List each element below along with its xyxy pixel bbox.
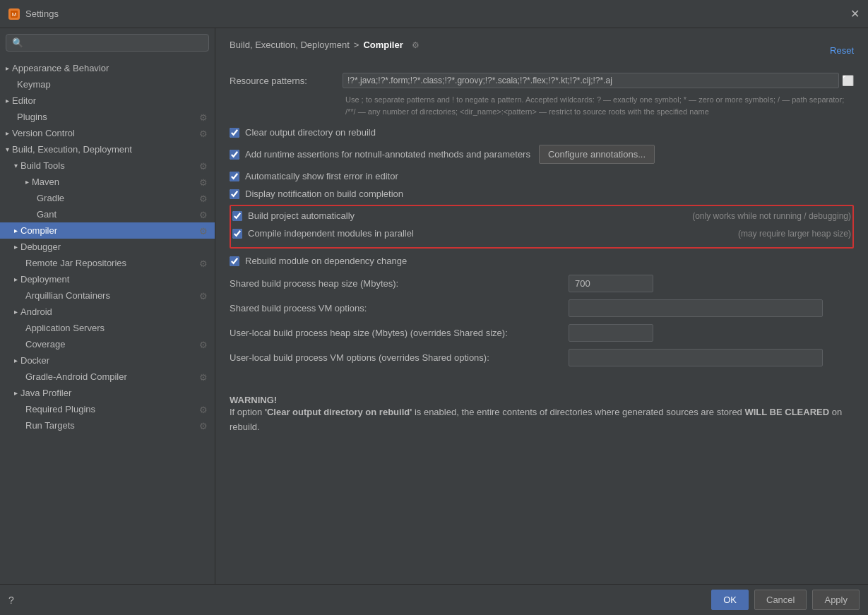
warning-text: If option 'Clear output directory on reb…	[230, 407, 842, 432]
sidebar-item-keymap[interactable]: Keymap	[0, 76, 215, 92]
sidebar-item-gradle[interactable]: Gradle ⚙	[0, 190, 215, 206]
checkbox-rebuild-module: Rebuild module on dependency change	[230, 254, 854, 268]
gear-icon[interactable]: ⚙	[199, 405, 209, 414]
configure-annotations-button[interactable]: Configure annotations...	[539, 145, 655, 164]
reset-button[interactable]: Reset	[830, 45, 854, 56]
gear-icon[interactable]: ⚙	[199, 291, 209, 301]
breadcrumb-row: Build, Execution, Deployment > Compiler …	[230, 40, 854, 61]
rebuild-module-checkbox[interactable]	[230, 256, 239, 266]
ok-button[interactable]: OK	[711, 590, 749, 610]
gear-icon[interactable]: ⚙	[199, 258, 209, 268]
sidebar-item-deployment[interactable]: Deployment	[0, 271, 215, 287]
runtime-assertions-checkbox[interactable]	[230, 150, 239, 160]
gear-icon[interactable]: ⚙	[199, 129, 209, 138]
checkbox-build-notification: Display notification on build completion	[230, 187, 854, 201]
sidebar-item-editor[interactable]: Editor	[0, 92, 215, 109]
sidebar-item-label: Android	[20, 306, 52, 317]
breadcrumb: Build, Execution, Deployment > Compiler …	[230, 40, 420, 50]
sidebar-item-build-tools[interactable]: Build Tools ⚙	[0, 157, 215, 174]
user-heap-label: User-local build process heap size (Mbyt…	[230, 328, 569, 338]
sidebar-item-label: Arquillian Containers	[25, 290, 110, 301]
highlighted-section: Build project automatically (only works …	[230, 205, 854, 249]
shared-heap-input[interactable]	[569, 275, 653, 292]
sidebar-item-label: Docker	[20, 355, 49, 366]
main-content: Build, Execution, Deployment > Compiler …	[215, 28, 868, 584]
build-auto-checkbox[interactable]	[232, 211, 242, 221]
sidebar-item-label: Gant	[37, 209, 57, 220]
gear-icon[interactable]: ⚙	[199, 226, 209, 236]
chevron-icon	[6, 64, 9, 72]
sidebar-item-gradle-android[interactable]: Gradle-Android Compiler ⚙	[0, 369, 215, 385]
sidebar-item-plugins[interactable]: Plugins ⚙	[0, 109, 215, 125]
sidebar-item-build-execution[interactable]: Build, Execution, Deployment	[0, 141, 215, 157]
sidebar-item-compiler[interactable]: Compiler ⚙	[0, 222, 215, 239]
sidebar-item-maven[interactable]: Maven ⚙	[0, 174, 215, 190]
gear-icon[interactable]: ⚙	[199, 193, 209, 203]
shared-vm-row: Shared build process VM options:	[230, 299, 854, 317]
user-heap-row: User-local build process heap size (Mbyt…	[230, 324, 854, 342]
sidebar-item-remote-jar[interactable]: Remote Jar Repositories ⚙	[0, 255, 215, 271]
gear-icon[interactable]: ⚙	[199, 372, 209, 382]
cancel-button[interactable]: Cancel	[754, 590, 807, 610]
help-button[interactable]: ?	[8, 595, 14, 606]
bottom-bar: ? OK Cancel Apply	[0, 584, 868, 615]
sidebar-item-label: Compiler	[20, 225, 57, 236]
resource-patterns-input[interactable]	[343, 73, 839, 88]
shared-vm-label: Shared build process VM options:	[230, 303, 569, 314]
sidebar-item-android[interactable]: Android	[0, 304, 215, 320]
build-notification-checkbox[interactable]	[230, 189, 239, 199]
settings-window: M Settings ✕ 🔍 Appearance & Behavior	[0, 0, 868, 615]
sidebar-item-docker[interactable]: Docker	[0, 352, 215, 369]
shared-heap-label: Shared build process heap size (Mbytes):	[230, 278, 569, 289]
sidebar-item-arquillian[interactable]: Arquillian Containers ⚙	[0, 287, 215, 304]
rebuild-module-label: Rebuild module on dependency change	[245, 256, 407, 266]
clear-output-label: Clear output directory on rebuild	[245, 127, 376, 138]
sidebar-item-run-targets[interactable]: Run Targets ⚙	[0, 417, 215, 434]
sidebar-item-appearance[interactable]: Appearance & Behavior	[0, 60, 215, 76]
user-heap-input[interactable]	[569, 324, 653, 342]
sidebar-item-required-plugins[interactable]: Required Plugins ⚙	[0, 401, 215, 417]
chevron-icon	[25, 178, 29, 186]
user-vm-label: User-local build process VM options (ove…	[230, 352, 569, 363]
user-vm-input[interactable]	[569, 349, 823, 366]
shared-vm-input[interactable]	[569, 299, 823, 317]
sidebar-item-label: Appearance & Behavior	[12, 63, 109, 73]
runtime-assertions-label: Add runtime assertions for notnull-annot…	[245, 149, 530, 160]
sidebar-item-gant[interactable]: Gant ⚙	[0, 206, 215, 222]
gear-icon[interactable]: ⚙	[199, 112, 209, 122]
sidebar-item-coverage[interactable]: Coverage ⚙	[0, 336, 215, 352]
compile-parallel-checkbox[interactable]	[232, 229, 242, 239]
breadcrumb-gear-icon: ⚙	[412, 40, 420, 50]
sidebar-item-debugger[interactable]: Debugger	[0, 239, 215, 255]
first-error-checkbox[interactable]	[230, 172, 239, 181]
sidebar-item-version-control[interactable]: Version Control ⚙	[0, 125, 215, 141]
sidebar-list: Appearance & Behavior Keymap Editor Plug…	[0, 57, 215, 584]
chevron-icon	[6, 97, 9, 105]
sidebar-item-label: Coverage	[25, 339, 65, 350]
checkbox-first-error: Automatically show first error in editor	[230, 169, 854, 183]
chevron-icon	[14, 162, 18, 169]
gear-icon[interactable]: ⚙	[199, 210, 209, 220]
sidebar-item-label: Java Profiler	[20, 388, 71, 398]
clear-output-checkbox[interactable]	[230, 128, 239, 138]
sidebar-item-label: Build Tools	[20, 160, 65, 171]
chevron-icon	[14, 308, 18, 316]
gear-icon[interactable]: ⚙	[199, 340, 209, 350]
sidebar-item-java-profiler[interactable]: Java Profiler	[0, 385, 215, 401]
gear-icon[interactable]: ⚙	[199, 161, 209, 171]
warning-body: If option 'Clear output directory on reb…	[230, 405, 854, 435]
gear-icon[interactable]: ⚙	[199, 177, 209, 187]
compile-parallel-label: Compile independent modules in parallel	[248, 228, 414, 239]
chevron-icon	[14, 243, 18, 251]
warning-section: WARNING! If option 'Clear output directo…	[230, 388, 854, 442]
search-box[interactable]: 🔍	[6, 34, 209, 52]
sidebar: 🔍 Appearance & Behavior Keymap Editor	[0, 28, 215, 584]
apply-button[interactable]: Apply	[812, 590, 860, 610]
close-button[interactable]: ✕	[850, 7, 860, 20]
resource-hint: Use ; to separate patterns and ! to nega…	[345, 94, 854, 117]
chevron-icon	[6, 129, 9, 137]
sidebar-item-app-servers[interactable]: Application Servers	[0, 320, 215, 336]
search-input[interactable]	[28, 37, 203, 48]
resource-expand-icon[interactable]: ⬜	[842, 75, 854, 86]
gear-icon[interactable]: ⚙	[199, 421, 209, 431]
